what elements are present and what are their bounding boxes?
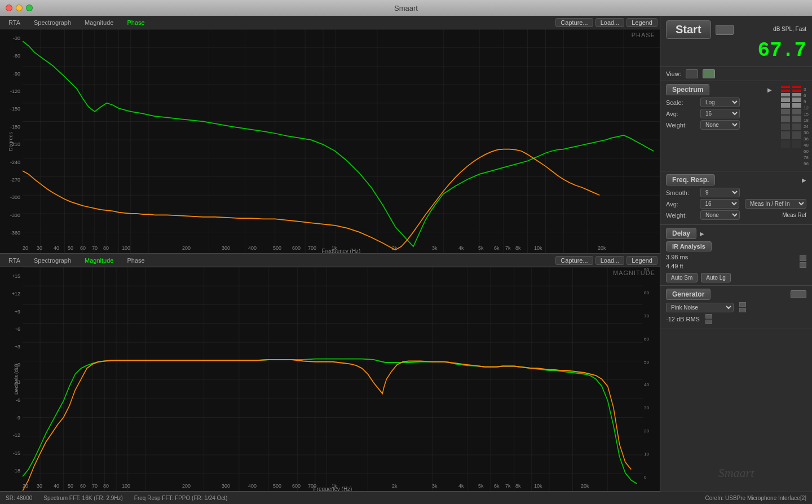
main-layout: RTA Spectrograph Magnitude Phase Capture… (0, 16, 812, 492)
generator-section: Generator Pink Noise -12 dB RMS (660, 286, 812, 329)
signal-type-select[interactable]: Pink Noise (666, 303, 734, 312)
avg-select-freq[interactable]: 16 (700, 199, 739, 209)
spectrum-title[interactable]: Spectrum (666, 84, 709, 95)
status-device: CoreIn: USBPre Microphone Interface[2] (705, 495, 806, 501)
bottom-y-title: Decibels (dB) (14, 364, 19, 394)
freq-resp-section: Freq. Resp. ▶ Smooth: 9 Avg: 16 Meas In … (660, 171, 812, 225)
delay-down-arrow[interactable] (800, 262, 806, 268)
app-title: Smaart (394, 4, 418, 12)
top-chart-body: -30 -60 -90 -120 -150 -180 -210 -240 -27… (0, 29, 660, 253)
bottom-chart-panel: RTA Spectrograph Magnitude Phase Capture… (0, 254, 660, 492)
legend-btn-bottom[interactable]: Legend (626, 256, 657, 265)
bottom-x-axis: 20 30 40 50 60 70 80 100 200 300 400 500… (23, 480, 643, 491)
generator-header: Generator (666, 289, 806, 300)
legend-btn-top[interactable]: Legend (626, 18, 657, 27)
delay-up-arrow[interactable] (800, 255, 806, 261)
smooth-select[interactable]: 9 (700, 188, 740, 197)
avg-label-spectrum: Avg: (666, 110, 697, 117)
bottom-chart-title: MAGNITUDE (613, 269, 655, 276)
magnitude-chart-svg (23, 267, 643, 491)
delay-arrow[interactable]: ▶ (700, 231, 704, 237)
bottom-x-label: Frequency (Hz) (23, 486, 643, 491)
scale-select[interactable]: Log (700, 98, 740, 107)
minimize-button[interactable] (16, 5, 23, 11)
load-btn-bottom[interactable]: Load... (595, 256, 625, 265)
level-down-arrow[interactable] (705, 320, 712, 324)
generator-toggle[interactable] (791, 290, 806, 298)
capture-btn-bottom[interactable]: Capture... (555, 256, 593, 265)
top-x-label: Frequency (Hz) (23, 248, 660, 253)
signal-type-row: Pink Noise (666, 302, 806, 312)
start-section: Start dB SPL, Fast 67.7 (660, 16, 812, 67)
statusbar: SR: 48000 Spectrum FFT: 16K (FR: 2.9Hz) … (0, 492, 812, 504)
top-y-title: Degrees (8, 131, 14, 151)
close-button[interactable] (6, 5, 12, 11)
smooth-row: Smooth: 9 (666, 188, 806, 197)
smaart-watermark: Smaart (660, 454, 812, 492)
status-spectrum-fft: Spectrum FFT: 16K (FR: 2.9Hz) (43, 495, 123, 501)
smooth-label: Smooth: (666, 189, 697, 196)
tab-rta-top[interactable]: RTA (2, 17, 27, 28)
delay-title[interactable]: Delay (666, 228, 696, 239)
tab-spectrograph-bottom[interactable]: Spectrograph (28, 255, 77, 266)
weight-label-freq: Weight: (666, 212, 697, 219)
view-single-btn[interactable] (686, 69, 698, 78)
top-chart-actions: Capture... Load... Legend (555, 18, 657, 27)
bottom-y-axis-right: 90 80 70 60 50 40 30 20 10 0 (643, 267, 660, 480)
maximize-button[interactable] (26, 5, 33, 11)
delay-section: Delay ▶ IR Analysis 3.98 ms 4.49 ft Auto… (660, 225, 812, 286)
level-row: -12 dB RMS (666, 314, 806, 324)
bottom-chart-tabs: RTA Spectrograph Magnitude Phase Capture… (0, 254, 660, 267)
delay-ft: 4.49 ft (666, 262, 796, 271)
start-toggle[interactable] (716, 25, 734, 35)
view-row: View: (660, 67, 812, 81)
capture-btn-top[interactable]: Capture... (555, 18, 593, 27)
weight-row-spectrum: Weight: None (666, 120, 772, 130)
gen-down-arrow[interactable] (739, 308, 746, 312)
freq-resp-header: Freq. Resp. ▶ (666, 174, 806, 185)
avg-select-spectrum[interactable]: 16 (700, 109, 740, 118)
weight-row-freq: Weight: None Meas Ref (666, 210, 806, 220)
tab-spectrograph-top[interactable]: Spectrograph (28, 17, 77, 28)
status-freq-resp-fft: Freq Resp FFT: FPPO (FR: 1/24 Oct) (134, 495, 228, 501)
tab-phase-top[interactable]: Phase (121, 17, 151, 28)
avg-row-spectrum: Avg: 16 (666, 109, 772, 118)
freq-resp-arrow[interactable]: ▶ (802, 177, 806, 183)
generator-title[interactable]: Generator (666, 289, 710, 300)
delay-ms: 3.98 ms (666, 253, 796, 262)
titlebar: Smaart (0, 0, 812, 16)
scale-label: Scale: (666, 99, 697, 106)
top-chart-panel: RTA Spectrograph Magnitude Phase Capture… (0, 16, 660, 254)
avg-row-freq: Avg: 16 Meas In / Ref In (666, 199, 806, 209)
spectrum-arrow[interactable]: ▶ (767, 87, 772, 93)
start-button[interactable]: Start (666, 20, 711, 39)
weight-select-freq[interactable]: None (700, 210, 740, 220)
tab-rta-bottom[interactable]: RTA (2, 255, 27, 266)
avg-label-freq: Avg: (666, 201, 696, 207)
meas-ref-label: Meas Ref (782, 212, 806, 218)
top-chart-tabs: RTA Spectrograph Magnitude Phase Capture… (0, 16, 660, 29)
right-panel: Start dB SPL, Fast 67.7 View: Spectrum ▶ (660, 16, 812, 492)
ir-title[interactable]: IR Analysis (666, 241, 712, 251)
weight-select-spectrum[interactable]: None (700, 120, 740, 130)
auto-lg-btn[interactable]: Auto Lg (701, 273, 730, 282)
view-label: View: (666, 70, 681, 77)
freq-resp-title[interactable]: Freq. Resp. (666, 174, 715, 185)
tab-magnitude-bottom[interactable]: Magnitude (78, 255, 120, 266)
view-split-btn[interactable] (703, 69, 715, 78)
spectrum-header: Spectrum ▶ (666, 84, 772, 95)
gen-up-arrow[interactable] (739, 302, 746, 307)
avg-mode-select[interactable]: Meas In / Ref In (745, 199, 806, 209)
level-up-arrow[interactable] (705, 314, 712, 319)
gen-level: -12 dB RMS (666, 316, 700, 322)
top-x-axis: 20 30 40 50 60 70 80 100 200 300 400 500… (23, 242, 660, 253)
tab-phase-bottom[interactable]: Phase (121, 255, 151, 266)
status-sr: SR: 48000 (6, 495, 32, 501)
tab-magnitude-top[interactable]: Magnitude (78, 17, 120, 28)
bottom-chart-actions: Capture... Load... Legend (555, 256, 657, 265)
auto-sm-btn[interactable]: Auto Sm (666, 273, 698, 282)
load-btn-top[interactable]: Load... (595, 18, 625, 27)
weight-label-spectrum: Weight: (666, 122, 697, 129)
traffic-lights (6, 5, 33, 11)
auto-row: Auto Sm Auto Lg (666, 273, 806, 282)
